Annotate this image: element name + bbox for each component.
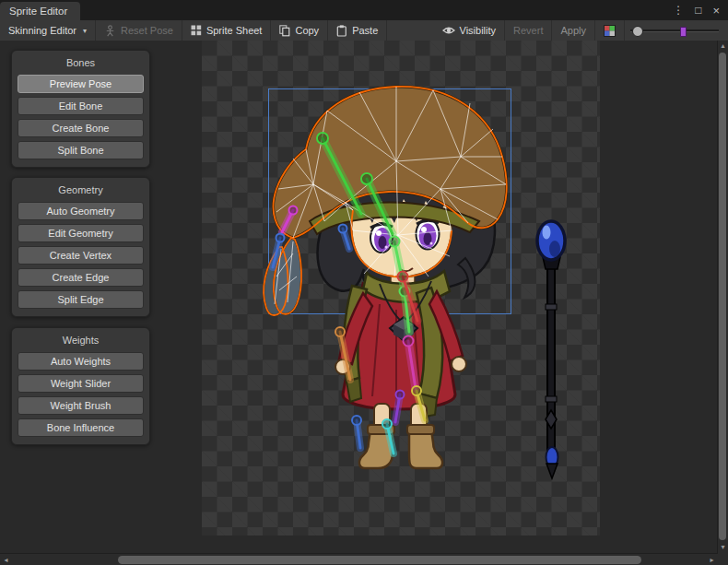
vertical-scroll-thumb[interactable] (719, 53, 726, 540)
zoom-slider-marker (680, 27, 687, 37)
auto-weights-button[interactable]: Auto Weights (18, 352, 144, 371)
maximize-icon[interactable]: □ (695, 5, 701, 16)
tab-title: Sprite Editor (9, 6, 67, 17)
copy-button[interactable]: Copy (271, 20, 328, 41)
scroll-left-arrow-icon[interactable]: ◂ (0, 554, 12, 565)
bone-influence-button[interactable]: Bone Influence (18, 418, 144, 437)
sprite-editor-window: Sprite Editor ⋮ □ × Skinning Editor ▾ Re… (0, 0, 728, 565)
skinning-editor-dropdown[interactable]: Skinning Editor ▾ (0, 20, 96, 41)
revert-label: Revert (513, 25, 543, 36)
mesh-selection-rect (268, 88, 511, 314)
zoom-slider-track (630, 29, 719, 32)
copy-icon (279, 25, 290, 37)
geometry-panel: Geometry Auto Geometry Edit Geometry Cre… (11, 177, 150, 317)
split-edge-button[interactable]: Split Edge (18, 290, 144, 309)
menu-icon[interactable]: ⋮ (673, 5, 684, 16)
bones-panel-title: Bones (18, 57, 144, 68)
geometry-panel-title: Geometry (18, 184, 144, 195)
scroll-right-arrow-icon[interactable]: ▸ (706, 554, 718, 565)
apply-button[interactable]: Apply (552, 20, 595, 41)
edit-geometry-button[interactable]: Edit Geometry (18, 224, 144, 242)
tab-bar: Sprite Editor ⋮ □ × (0, 0, 728, 20)
paste-label: Paste (352, 25, 378, 36)
paste-icon (336, 25, 347, 37)
split-bone-button[interactable]: Split Bone (18, 141, 144, 159)
reset-pose-icon (104, 25, 116, 37)
rgb-toggle-button[interactable] (595, 20, 625, 41)
auto-geometry-button[interactable]: Auto Geometry (18, 202, 144, 220)
skinning-editor-label: Skinning Editor (8, 25, 76, 36)
sprite-editor-tab[interactable]: Sprite Editor (0, 2, 80, 20)
create-vertex-button[interactable]: Create Vertex (18, 246, 144, 265)
visibility-label: Visibility (460, 25, 497, 36)
reset-pose-label: Reset Pose (121, 25, 173, 36)
reset-pose-button[interactable]: Reset Pose (96, 20, 182, 41)
vertical-scrollbar[interactable]: ▴ ▾ (717, 41, 728, 553)
rgb-toggle-icon (604, 25, 616, 37)
weight-slider-button[interactable]: Weight Slider (18, 374, 144, 393)
paste-button[interactable]: Paste (328, 20, 387, 41)
scrollbar-corner (718, 553, 728, 565)
zoom-slider-handle[interactable] (632, 26, 643, 37)
toolbar: Skinning Editor ▾ Reset Pose Sprite Shee… (0, 20, 728, 41)
edit-bone-button[interactable]: Edit Bone (18, 97, 144, 115)
create-bone-button[interactable]: Create Bone (18, 119, 144, 137)
eye-icon (442, 24, 455, 37)
revert-button[interactable]: Revert (505, 20, 552, 41)
bones-panel: Bones Preview Pose Edit Bone Create Bone… (11, 50, 150, 168)
copy-label: Copy (295, 25, 319, 36)
horizontal-scrollbar[interactable]: ◂ ▸ (0, 553, 718, 565)
sprite-sheet-label: Sprite Sheet (206, 25, 263, 36)
zoom-slider[interactable] (628, 20, 721, 41)
close-icon[interactable]: × (712, 5, 720, 17)
create-edge-button[interactable]: Create Edge (18, 268, 144, 287)
weights-panel-title: Weights (18, 335, 144, 346)
toolbar-right-group: Visibility Revert Apply (434, 20, 728, 41)
caret-down-icon: ▾ (83, 27, 87, 35)
horizontal-scroll-thumb[interactable] (118, 556, 641, 564)
scroll-down-arrow-icon[interactable]: ▾ (718, 542, 728, 553)
toolbar-spacer (387, 20, 433, 41)
sprite-sheet-button[interactable]: Sprite Sheet (182, 20, 272, 41)
weight-brush-button[interactable]: Weight Brush (18, 396, 144, 415)
scroll-up-arrow-icon[interactable]: ▴ (718, 41, 728, 52)
sprite-canvas[interactable]: Bones Preview Pose Edit Bone Create Bone… (0, 41, 718, 553)
weights-panel: Weights Auto Weights Weight Slider Weigh… (11, 327, 150, 445)
visibility-button[interactable]: Visibility (434, 20, 506, 41)
sprite-sheet-icon (191, 25, 202, 36)
preview-pose-button[interactable]: Preview Pose (18, 75, 144, 93)
apply-label: Apply (560, 25, 586, 36)
window-controls: ⋮ □ × (673, 0, 728, 20)
